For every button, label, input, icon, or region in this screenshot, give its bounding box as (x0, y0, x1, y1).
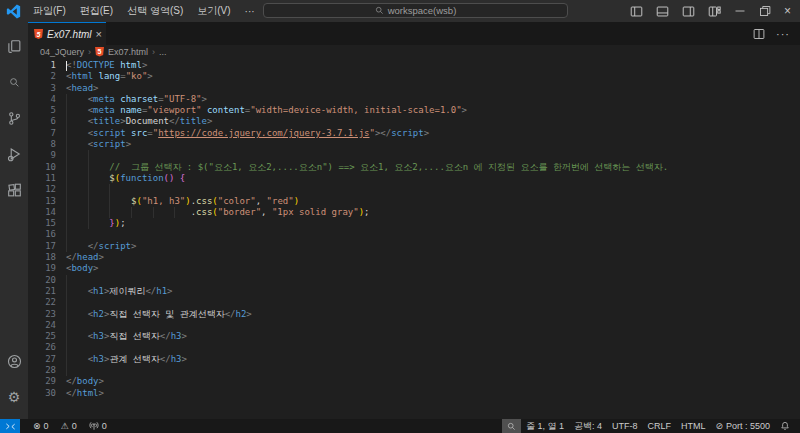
line-number[interactable]: 11 (28, 173, 56, 184)
code-line-1[interactable]: 1<!DOCTYPE html> (28, 60, 800, 71)
code-line-7[interactable]: 7 <script src="https://code.jquery.com/j… (28, 128, 800, 139)
minimize-icon[interactable] (734, 5, 746, 17)
remote-indicator[interactable] (0, 419, 20, 433)
menu-selection[interactable]: 선택 영역(S) (120, 4, 190, 18)
activity-run-debug-icon[interactable] (0, 136, 28, 172)
line-number[interactable]: 27 (28, 354, 56, 365)
code-line-30[interactable]: 30</html> (28, 388, 800, 399)
code-editor[interactable]: 1<!DOCTYPE html>2<html lang="ko">3<head>… (28, 58, 800, 419)
line-number[interactable]: 28 (28, 365, 56, 376)
code-line-20[interactable]: 20 (28, 275, 800, 286)
line-number[interactable]: 13 (28, 196, 56, 207)
code-line-17[interactable]: 17 </script> (28, 241, 800, 252)
code-line-28[interactable]: 28 (28, 365, 800, 376)
tab-ex07-html[interactable]: 5 Ex07.html × (28, 22, 106, 45)
menu-more[interactable]: ··· (238, 6, 262, 17)
activity-settings-icon[interactable]: ⚙ (0, 379, 28, 415)
code-line-26[interactable]: 26 (28, 342, 800, 353)
eol-sequence[interactable]: CRLF (642, 419, 676, 433)
activity-extensions-icon[interactable] (0, 172, 28, 208)
code-line-13[interactable]: 13 $("h1, h3").css("color", "red") (28, 196, 800, 207)
line-number[interactable]: 15 (28, 218, 56, 229)
code-line-16[interactable]: 16 (28, 229, 800, 240)
panel-left-icon[interactable] (630, 5, 643, 18)
panel-bottom-icon[interactable] (656, 5, 669, 18)
line-number[interactable]: 30 (28, 388, 56, 399)
code-line-2[interactable]: 2<html lang="ko"> (28, 71, 800, 82)
layout-customize-icon[interactable] (708, 5, 721, 18)
line-number[interactable]: 29 (28, 376, 56, 387)
line-number[interactable]: 26 (28, 342, 56, 353)
code-line-27[interactable]: 27 <h3>관계 선택자</h3> (28, 354, 800, 365)
encoding[interactable]: UTF-8 (607, 419, 643, 433)
code-line-14[interactable]: 14 .css("border", "1px solid gray"); (28, 207, 800, 218)
more-actions-icon[interactable]: ··· (776, 28, 790, 40)
menu-view[interactable]: 보기(V) (190, 4, 237, 18)
menu-edit[interactable]: 편집(E) (73, 4, 120, 18)
line-number[interactable]: 10 (28, 162, 56, 173)
line-number[interactable]: 22 (28, 297, 56, 308)
code-line-25[interactable]: 25 <h3>직접 선택자</h3> (28, 331, 800, 342)
line-number[interactable]: 12 (28, 184, 56, 195)
cursor-position[interactable]: 줄 1, 열 1 (521, 419, 569, 433)
split-editor-icon[interactable] (753, 28, 765, 40)
line-number[interactable]: 16 (28, 229, 56, 240)
line-number[interactable]: 18 (28, 252, 56, 263)
line-number[interactable]: 9 (28, 150, 56, 161)
activity-source-control-icon[interactable] (0, 100, 28, 136)
code-line-3[interactable]: 3<head> (28, 83, 800, 94)
line-number[interactable]: 5 (28, 105, 56, 116)
menu-file[interactable]: 파일(F) (26, 4, 73, 18)
panel-right-icon[interactable] (682, 5, 695, 18)
notifications[interactable] (775, 419, 795, 433)
code-line-10[interactable]: 10 // 그룹 선택자 : $("요소1, 요소2,....요소n") ==>… (28, 162, 800, 173)
line-number[interactable]: 1 (28, 60, 56, 71)
line-number[interactable]: 20 (28, 275, 56, 286)
line-number[interactable]: 21 (28, 286, 56, 297)
line-number[interactable]: 3 (28, 83, 56, 94)
code-line-29[interactable]: 29</body> (28, 376, 800, 387)
code-line-22[interactable]: 22 (28, 297, 800, 308)
broadcast-indicator[interactable]: 0 (84, 419, 112, 433)
code-line-23[interactable]: 23 <h2>직접 선택자 및 관계선택자</h2> (28, 309, 800, 320)
activity-accounts-icon[interactable] (0, 343, 28, 379)
line-number[interactable]: 6 (28, 116, 56, 127)
errors-indicator[interactable]: ⊗0 (28, 419, 54, 433)
line-number[interactable]: 14 (28, 207, 56, 218)
code-line-19[interactable]: 19<body> (28, 263, 800, 274)
tab-close-icon[interactable]: × (95, 29, 101, 40)
code-line-6[interactable]: 6 <title>Document</title> (28, 116, 800, 127)
warnings-indicator[interactable]: ⚠0 (56, 419, 82, 433)
code-line-5[interactable]: 5 <meta name="viewport" content="width=d… (28, 105, 800, 116)
code-line-12[interactable]: 12 (28, 184, 800, 195)
code-line-15[interactable]: 15 }); (28, 218, 800, 229)
line-number[interactable]: 8 (28, 139, 56, 150)
line-number[interactable]: 2 (28, 71, 56, 82)
restore-icon[interactable] (759, 5, 771, 17)
code-line-24[interactable]: 24 (28, 320, 800, 331)
close-icon[interactable]: × (784, 4, 791, 18)
activity-explorer-icon[interactable] (0, 28, 28, 64)
code-line-8[interactable]: 8 <script> (28, 139, 800, 150)
indentation[interactable]: 공백: 4 (569, 419, 607, 433)
breadcrumb-more[interactable]: ... (159, 47, 167, 57)
line-number[interactable]: 7 (28, 128, 56, 139)
line-number[interactable]: 25 (28, 331, 56, 342)
line-number[interactable]: 24 (28, 320, 56, 331)
line-number[interactable]: 19 (28, 263, 56, 274)
breadcrumb-file[interactable]: Ex07.html (108, 47, 148, 57)
breadcrumb-folder[interactable]: 04_JQuery (40, 47, 84, 57)
zoom-indicator[interactable] (502, 419, 521, 433)
language-mode[interactable]: HTML (676, 419, 711, 433)
command-center-search[interactable]: workspace(wsb) (263, 3, 568, 18)
line-number[interactable]: 4 (28, 94, 56, 105)
code-line-9[interactable]: 9 (28, 150, 800, 161)
code-line-11[interactable]: 11 $(function() { (28, 173, 800, 184)
code-line-18[interactable]: 18</head> (28, 252, 800, 263)
code-line-4[interactable]: 4 <meta charset="UTF-8"> (28, 94, 800, 105)
activity-search-icon[interactable] (0, 64, 28, 100)
live-server-port[interactable]: ⊘Port : 5500 (710, 419, 775, 433)
line-number[interactable]: 17 (28, 241, 56, 252)
code-line-21[interactable]: 21 <h1>제이쿼리</h1> (28, 286, 800, 297)
line-number[interactable]: 23 (28, 309, 56, 320)
